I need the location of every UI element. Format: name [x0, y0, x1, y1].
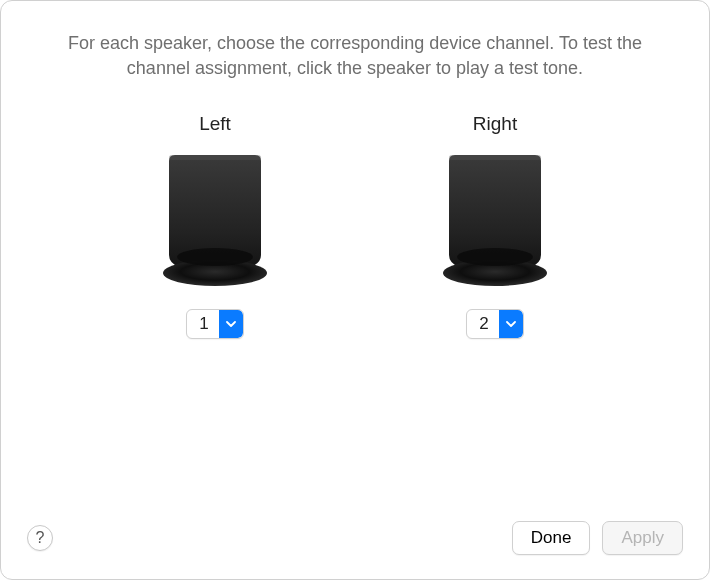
- svg-rect-5: [449, 155, 541, 160]
- channel-select-left[interactable]: 1: [186, 309, 243, 339]
- channel-value-right: 2: [467, 314, 498, 334]
- chevron-down-icon: [219, 310, 243, 338]
- channel-select-right[interactable]: 2: [466, 309, 523, 339]
- svg-rect-2: [169, 155, 261, 160]
- speaker-icon-right[interactable]: [435, 155, 555, 287]
- speaker-label-right: Right: [473, 113, 517, 135]
- apply-button: Apply: [602, 521, 683, 555]
- speaker-column-left: Left: [155, 113, 275, 339]
- speaker-icon: [435, 155, 555, 287]
- svg-point-4: [457, 248, 533, 266]
- speaker-column-right: Right: [435, 113, 555, 339]
- footer-buttons: Done Apply: [512, 521, 683, 555]
- help-button[interactable]: ?: [27, 525, 53, 551]
- speaker-icon-left[interactable]: [155, 155, 275, 287]
- svg-point-1: [177, 248, 253, 266]
- speaker-label-left: Left: [199, 113, 231, 135]
- speaker-icon: [155, 155, 275, 287]
- chevron-down-icon: [499, 310, 523, 338]
- speakers-row: Left: [41, 113, 669, 339]
- channel-value-left: 1: [187, 314, 218, 334]
- done-button[interactable]: Done: [512, 521, 591, 555]
- footer: ? Done Apply: [27, 521, 683, 555]
- instruction-text: For each speaker, choose the correspondi…: [41, 31, 669, 81]
